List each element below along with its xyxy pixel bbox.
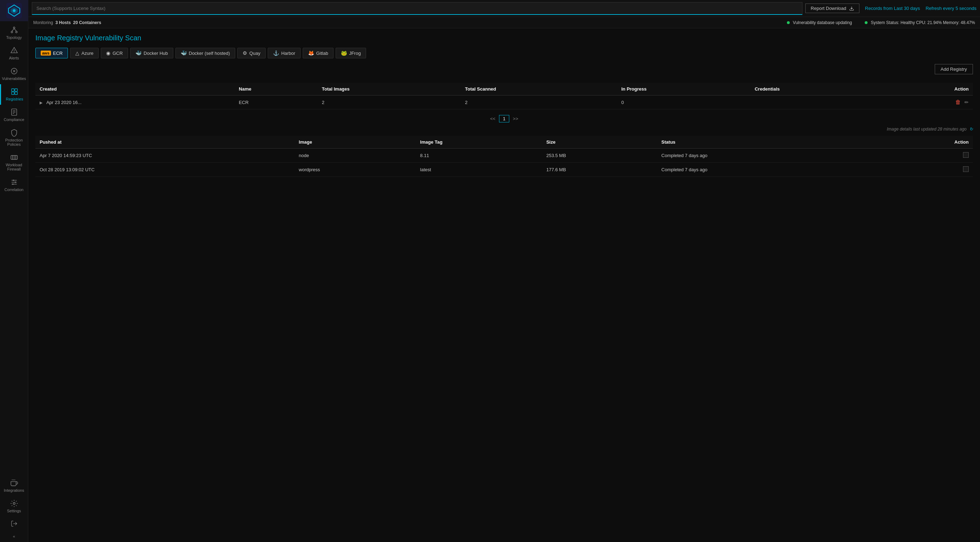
expand-icon[interactable]: ▶ <box>40 100 43 105</box>
cell-created: ▶ Apr 23 2020 16... <box>35 96 234 109</box>
delete-registry-button[interactable]: 🗑 <box>955 99 961 105</box>
next-page-button[interactable]: >> <box>513 116 518 121</box>
aws-icon: aws <box>41 51 51 56</box>
tab-gitlab[interactable]: 🦊 Gitlab <box>303 48 334 58</box>
cell-size-1: 253.5 MB <box>542 148 657 163</box>
image-update-info: Image details last updated 28 minutes ag… <box>35 127 973 132</box>
col-name: Name <box>234 83 318 96</box>
image-row-2: Oct 28 2019 13:09:02 UTC wordpress lates… <box>35 163 973 177</box>
collapse-sidebar-button[interactable]: « <box>0 531 28 542</box>
svg-point-27 <box>13 180 14 181</box>
image-details-table: Pushed at Image Image Tag Size Status Ac… <box>35 136 973 177</box>
col-image-tag: Image Tag <box>416 136 542 148</box>
cell-action: 🗑 ✏ <box>883 96 973 109</box>
cell-status-2: Completed 7 days ago <box>657 163 880 177</box>
records-info: Records from Last 30 days <box>865 6 920 11</box>
svg-point-29 <box>12 183 13 185</box>
cell-sub-action-1 <box>880 148 973 163</box>
gitlab-icon: 🦊 <box>308 50 314 56</box>
svg-point-5 <box>11 31 13 33</box>
sidebar-item-correlation[interactable]: Correlation <box>0 175 28 195</box>
col-sub-action: Action <box>880 136 973 148</box>
topbar: Report Download Records from Last 30 day… <box>28 0 980 17</box>
sidebar-item-integrations[interactable]: Integrations <box>0 475 28 496</box>
sidebar-item-topology[interactable]: Topology <box>0 22 28 43</box>
table-row: ▶ Apr 23 2020 16... ECR 2 2 0 🗑 ✏ <box>35 96 973 109</box>
image-row-1: Apr 7 2020 14:59:23 UTC node 8.11 253.5 … <box>35 148 973 163</box>
svg-line-8 <box>14 29 16 31</box>
svg-rect-13 <box>15 89 18 91</box>
col-total-scanned: Total Scanned <box>461 83 617 96</box>
content-area: Image Registry Vulnerability Scan aws EC… <box>28 28 980 542</box>
registry-table: Created Name Total Images Total Scanned … <box>35 83 973 109</box>
dockerhub-icon: 🐳 <box>135 50 142 56</box>
refresh-info: Refresh every 5 seconds <box>926 6 977 11</box>
col-size: Size <box>542 136 657 148</box>
sidebar-item-settings[interactable]: Settings <box>0 496 28 516</box>
scan-checkbox-2[interactable] <box>963 166 969 172</box>
azure-icon: △ <box>75 50 79 56</box>
page-title: Image Registry Vulnerability Scan <box>35 34 973 42</box>
sidebar-item-vulnerabilities[interactable]: Vulnerabilities <box>0 64 28 84</box>
search-container <box>32 2 802 15</box>
system-status-dot <box>865 21 867 24</box>
svg-point-28 <box>14 182 16 183</box>
cell-status-1: Completed 7 days ago <box>657 148 880 163</box>
sidebar-item-protection-policies[interactable]: Protection Policies <box>0 125 28 150</box>
gcr-icon: ◉ <box>106 50 110 56</box>
cell-in-progress: 0 <box>617 96 751 109</box>
logout-button[interactable] <box>0 516 28 531</box>
col-in-progress: In Progress <box>617 83 751 96</box>
refresh-images-icon[interactable]: ↻ <box>969 127 973 132</box>
svg-point-3 <box>13 9 16 12</box>
col-created: Created <box>35 83 234 96</box>
tab-ecr[interactable]: aws ECR <box>35 48 68 58</box>
tab-azure[interactable]: △ Azure <box>70 48 99 58</box>
tab-docker-self[interactable]: 🐳 Docker (self hosted) <box>175 48 235 58</box>
tab-gcr[interactable]: ◉ GCR <box>101 48 128 58</box>
col-credentials: Credentials <box>751 83 883 96</box>
sidebar-item-workload-firewall[interactable]: Workload Firewall <box>0 150 28 175</box>
search-input[interactable] <box>32 2 802 15</box>
cell-credentials <box>751 96 883 109</box>
svg-point-33 <box>13 502 15 504</box>
tab-harbor[interactable]: ⚓ Harbor <box>268 48 301 58</box>
col-action: Action <box>883 83 973 96</box>
col-status: Status <box>657 136 880 148</box>
cell-name: ECR <box>234 96 318 109</box>
prev-page-button[interactable]: << <box>490 116 495 121</box>
cell-total-scanned: 2 <box>461 96 617 109</box>
svg-rect-14 <box>12 92 14 94</box>
col-image: Image <box>294 136 416 148</box>
svg-rect-12 <box>12 89 14 91</box>
cell-image-2: wordpress <box>294 163 416 177</box>
tab-jfrog[interactable]: 🐸 JFrog <box>336 48 366 58</box>
report-download-button[interactable]: Report Download <box>805 3 859 13</box>
col-total-images: Total Images <box>318 83 461 96</box>
records-period[interactable]: Last 30 days <box>894 6 920 11</box>
cell-pushed-at-1: Apr 7 2020 14:59:23 UTC <box>35 148 294 163</box>
refresh-interval[interactable]: 5 seconds <box>956 6 977 11</box>
sidebar: Topology Alerts Vulnerabilities Registri… <box>0 0 28 542</box>
statusbar: Monitoring 3 Hosts 20 Containers Vulnera… <box>28 17 980 28</box>
quay-icon: ⚙ <box>243 50 247 56</box>
docker-self-icon: 🐳 <box>181 50 187 56</box>
cell-image-tag-1: 8.11 <box>416 148 542 163</box>
sidebar-item-alerts[interactable]: Alerts <box>0 43 28 64</box>
sidebar-item-registries[interactable]: Registries <box>0 84 28 105</box>
cell-sub-action-2 <box>880 163 973 177</box>
svg-rect-15 <box>15 92 18 94</box>
sidebar-item-compliance[interactable]: Compliance <box>0 105 28 125</box>
cell-total-images: 2 <box>318 96 461 109</box>
vuln-db-status: Vulnerability database updating <box>787 20 852 25</box>
jfrog-icon: 🐸 <box>341 50 347 56</box>
svg-point-6 <box>16 31 18 33</box>
tab-quay[interactable]: ⚙ Quay <box>237 48 266 58</box>
scan-checkbox-1[interactable] <box>963 152 969 158</box>
cell-image-1: node <box>294 148 416 163</box>
tab-dockerhub[interactable]: 🐳 Docker Hub <box>130 48 173 58</box>
topbar-actions: Report Download Records from Last 30 day… <box>805 3 977 13</box>
add-registry-button[interactable]: Add Registry <box>935 64 973 74</box>
edit-registry-button[interactable]: ✏ <box>964 99 969 105</box>
svg-point-4 <box>13 27 15 29</box>
